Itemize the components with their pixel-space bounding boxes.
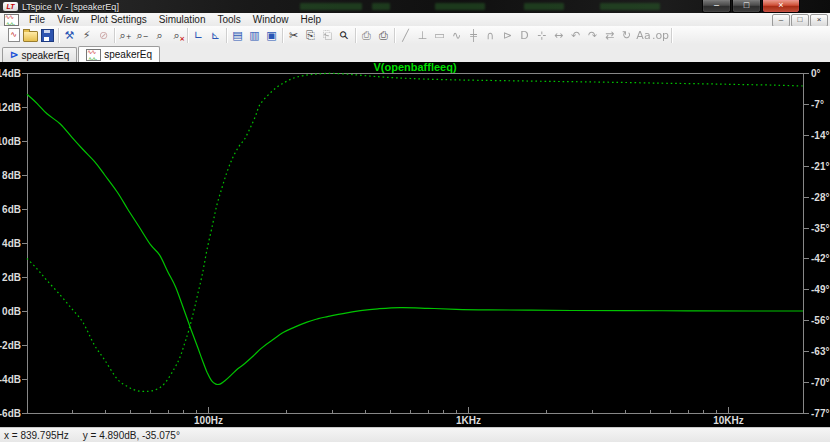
- waveform-plot[interactable]: V(openbaffleeq)14dB12dB10dB8dB6dB4dB2dB0…: [0, 62, 830, 428]
- ground-icon: ⊥: [418, 29, 428, 42]
- x-tick-label: 10KHz: [713, 415, 744, 426]
- y-left-tick-label: 0dB: [2, 306, 21, 317]
- run-button[interactable]: ⚡: [78, 28, 95, 43]
- redo-button[interactable]: ↷: [584, 28, 601, 43]
- drag-button[interactable]: ↔: [550, 28, 567, 43]
- text-button[interactable]: Aa: [635, 28, 652, 43]
- copy-button[interactable]: ⎘: [302, 28, 319, 43]
- zoom-area-button[interactable]: ⌕₊: [117, 28, 134, 43]
- y-right-tick-label: 0°: [811, 68, 821, 79]
- zoom-reset-button[interactable]: ⌕×: [168, 28, 185, 43]
- window-title: LTspice IV - [speakerEq]: [22, 2, 119, 12]
- save-button[interactable]: [39, 28, 56, 43]
- resistor-button[interactable]: ∿: [448, 28, 465, 43]
- print-button[interactable]: ⎙: [375, 28, 392, 43]
- minimize-button[interactable]: –: [702, 0, 731, 13]
- y-left-tick-label: 12dB: [0, 102, 21, 113]
- y-right-tick-label: -49°: [811, 284, 829, 295]
- titlebar-artifact: [600, 3, 660, 10]
- tab-speakereq-waveform[interactable]: speakerEq: [78, 46, 160, 62]
- spice-directive-button[interactable]: .op: [652, 28, 669, 43]
- tab-bar: ⊳speakerEqspeakerEq: [0, 44, 830, 63]
- toolbar-group: ⎙⎙: [356, 28, 395, 43]
- menu-window[interactable]: Window: [247, 14, 295, 25]
- plot-border: [28, 74, 804, 414]
- move-button[interactable]: ⊹: [533, 28, 550, 43]
- find-button[interactable]: ⚲: [336, 28, 353, 43]
- new-schematic-icon: ∿: [8, 28, 20, 42]
- diode-button[interactable]: ⊳: [499, 28, 516, 43]
- autorange-y-icon: ∟: [194, 29, 203, 42]
- spice-directive-icon: .op: [652, 29, 669, 42]
- title-bar: LT LTspice IV - [speakerEq] – □ ×: [0, 0, 830, 13]
- text-icon: Aa: [636, 29, 650, 42]
- zoom-back-button[interactable]: ⌕₋: [134, 28, 151, 43]
- plot-settings-icon: ⊾: [211, 29, 220, 42]
- undo-button[interactable]: ↶: [567, 28, 584, 43]
- y-left-tick-label: 6dB: [2, 204, 21, 215]
- tile-horizontal-button[interactable]: ▤: [229, 28, 246, 43]
- inductor-button[interactable]: ∩: [482, 28, 499, 43]
- redo-icon: ↷: [588, 29, 597, 42]
- paste-icon: ⎗: [323, 29, 332, 42]
- open-button[interactable]: [22, 28, 39, 43]
- y-left-tick-label: 4dB: [2, 238, 21, 249]
- menu-plot-settings[interactable]: Plot Settings: [85, 14, 153, 25]
- titlebar-artifact: [300, 3, 362, 10]
- capacitor-button[interactable]: ╪: [465, 28, 482, 43]
- autorange-y-button[interactable]: ∟: [190, 28, 207, 43]
- y-left-tick-label: 14dB: [0, 68, 21, 79]
- cut-button[interactable]: ✂: [285, 28, 302, 43]
- menu-help[interactable]: Help: [294, 14, 327, 25]
- rotate-button[interactable]: ↻: [618, 28, 635, 43]
- plot-settings-button[interactable]: ⊾: [207, 28, 224, 43]
- component-button[interactable]: D: [516, 28, 533, 43]
- undo-icon: ↶: [571, 29, 580, 42]
- control-panel-button[interactable]: ⚒: [61, 28, 78, 43]
- wire-icon: ╱: [402, 29, 409, 42]
- copy-icon: ⎘: [306, 29, 315, 42]
- ltspice-window: LT LTspice IV - [speakerEq] – □ × FileVi…: [0, 0, 830, 442]
- menu-tools[interactable]: Tools: [211, 14, 246, 25]
- menu-bar: FileViewPlot SettingsSimulationToolsWind…: [0, 13, 830, 27]
- x-tick-label: 1KHz: [456, 415, 481, 426]
- cascade-windows-button[interactable]: ▣: [263, 28, 280, 43]
- y-right-tick-label: -56°: [811, 315, 829, 326]
- waveform-pane[interactable]: V(openbaffleeq)14dB12dB10dB8dB6dB4dB2dB0…: [0, 62, 830, 428]
- menu-view[interactable]: View: [51, 14, 85, 25]
- titlebar-artifact: [435, 3, 485, 10]
- y-right-tick-label: -28°: [811, 192, 829, 203]
- toolbar-group: ╱⊥▭∿╪∩⊳D⊹↔↶↷⇄↻Aa.op: [395, 28, 672, 43]
- status-cursor-x: x = 839.795Hz: [4, 430, 69, 441]
- menu-file[interactable]: File: [23, 14, 51, 25]
- toolbar-group: ∿: [3, 28, 59, 43]
- mirror-button[interactable]: ⇄: [601, 28, 618, 43]
- wire-button[interactable]: ╱: [397, 28, 414, 43]
- zoom-full-extents-button[interactable]: ⌕: [151, 28, 168, 43]
- new-schematic-button[interactable]: ∿: [5, 28, 22, 43]
- paste-button[interactable]: ⎗: [319, 28, 336, 43]
- maximize-button[interactable]: □: [732, 0, 761, 13]
- tab-speakereq-schematic[interactable]: ⊳speakerEq: [2, 47, 77, 62]
- net-label-button[interactable]: ▭: [431, 28, 448, 43]
- y-right-tick-label: -63°: [811, 346, 829, 357]
- y-left-tick-label: -6dB: [0, 408, 21, 419]
- component-icon: D: [520, 29, 528, 42]
- menu-simulation[interactable]: Simulation: [153, 14, 212, 25]
- y-right-tick-label: -14°: [811, 130, 829, 141]
- window-controls: – □ ×: [701, 0, 800, 13]
- print-preview-button[interactable]: ⎙: [358, 28, 375, 43]
- tile-vertical-button[interactable]: ▥: [246, 28, 263, 43]
- move-icon: ⊹: [537, 29, 546, 42]
- close-button[interactable]: ×: [762, 0, 800, 13]
- tab-label: speakerEq: [21, 50, 69, 61]
- find-icon: ⚲: [337, 28, 352, 43]
- titlebar-artifact: [372, 3, 390, 10]
- y-right-tick-label: -35°: [811, 223, 829, 234]
- ground-button[interactable]: ⊥: [414, 28, 431, 43]
- y-left-tick-label: 8dB: [2, 170, 21, 181]
- diode-icon: ⊳: [503, 29, 512, 42]
- trace-magnitude: [27, 94, 803, 384]
- status-cursor-y: y = 4.890dB, -35.075°: [83, 430, 180, 441]
- halt-button[interactable]: ⊘: [95, 28, 112, 43]
